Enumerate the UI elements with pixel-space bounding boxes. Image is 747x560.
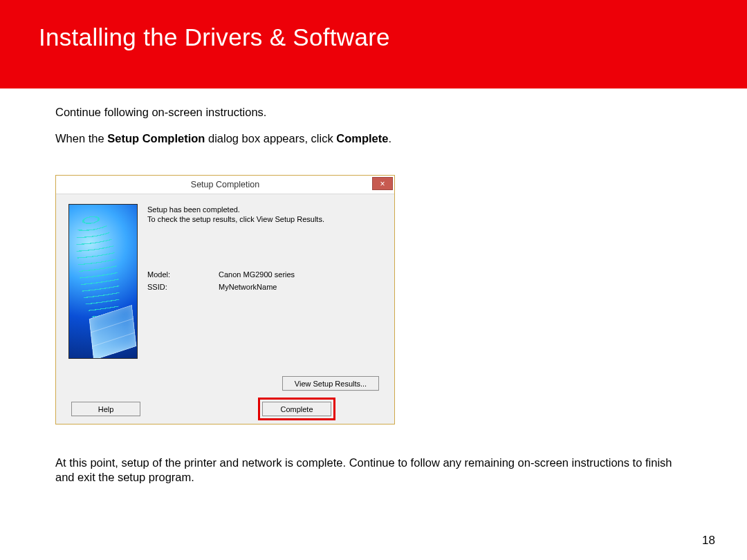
page-title: Installing the Drivers & Software <box>39 24 390 51</box>
dialog-graphic <box>68 204 138 359</box>
close-icon: × <box>380 180 385 188</box>
model-label: Model: <box>147 270 216 279</box>
ssid-row: SSID: MyNetworkName <box>147 283 277 291</box>
header-band: Installing the Drivers & Software <box>0 0 747 88</box>
instruction-line-2: When the Setup Completion dialog box app… <box>55 132 391 145</box>
t2a: When the <box>55 132 107 144</box>
t2c: dialog box appears, click <box>205 132 336 144</box>
complete-button[interactable]: Complete <box>262 402 331 416</box>
instruction-line-1: Continue following on-screen instruction… <box>55 106 266 119</box>
instruction-line-3: At this point, setup of the printer and … <box>55 456 692 484</box>
t2d: Complete <box>336 132 388 144</box>
msg-line-1: Setup has been completed. <box>147 205 324 215</box>
model-row: Model: Canon MG2900 series <box>147 270 295 279</box>
dialog-titlebar: Setup Completion × <box>56 176 394 194</box>
dialog-message: Setup has been completed. To check the s… <box>147 205 324 225</box>
msg-line-2: To check the setup results, click View S… <box>147 215 324 225</box>
t2b: Setup Completion <box>107 132 205 144</box>
ssid-label: SSID: <box>147 283 216 291</box>
help-button[interactable]: Help <box>71 402 140 416</box>
view-setup-results-button[interactable]: View Setup Results... <box>282 376 379 391</box>
ssid-value: MyNetworkName <box>219 283 277 291</box>
dialog-body: Setup has been completed. To check the s… <box>56 194 394 424</box>
page-number: 18 <box>702 534 715 548</box>
close-button[interactable]: × <box>372 177 393 190</box>
t2e: . <box>388 132 391 144</box>
setup-completion-dialog: Setup Completion × Setup has been comple… <box>55 175 395 424</box>
model-value: Canon MG2900 series <box>219 270 295 279</box>
dialog-title: Setup Completion <box>191 180 259 189</box>
